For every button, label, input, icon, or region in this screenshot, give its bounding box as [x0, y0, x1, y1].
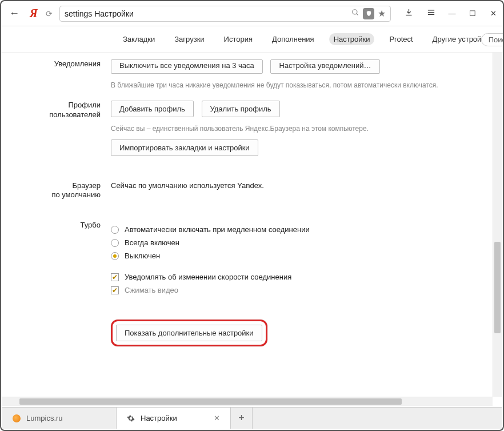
- tab-lumpics[interactable]: Lumpics.ru: [2, 408, 117, 429]
- browser-toolbar: ← Я ⟳ settings Настройки ★ — ☐ ✕: [1, 1, 503, 26]
- tab-settings[interactable]: Настройки ✕: [117, 408, 231, 429]
- window-controls: — ☐ ✕: [448, 9, 497, 18]
- checkbox-icon: [111, 286, 119, 294]
- scrollbar-thumb[interactable]: [19, 398, 402, 405]
- section-label-notifications: Уведомления: [2, 59, 111, 90]
- tab-close-icon[interactable]: ✕: [214, 414, 220, 422]
- section-label-default-browser: Браузер по умолчанию: [2, 181, 111, 201]
- settings-content: Уведомления Выключить все уведомления на…: [2, 53, 502, 406]
- radio-icon: [111, 252, 119, 260]
- turbo-notify-checkbox[interactable]: Уведомлять об изменении скорости соедине…: [111, 273, 454, 281]
- favicon-icon: [13, 414, 21, 422]
- notifications-note: В ближайшие три часа никакие уведомления…: [111, 81, 454, 90]
- bookmark-star-icon[interactable]: ★: [378, 8, 386, 19]
- advanced-settings-highlight: Показать дополнительные настройки: [111, 320, 267, 346]
- section-turbo: Турбо Автоматически включать при медленн…: [2, 221, 479, 299]
- default-browser-text: Сейчас по умолчанию используется Yandex.: [111, 181, 454, 190]
- protect-shield-icon[interactable]: [363, 8, 374, 19]
- tab-title: Настройки: [141, 414, 177, 422]
- horizontal-scrollbar[interactable]: [2, 397, 493, 406]
- section-profiles: Профили пользователей Добавить профиль У…: [2, 101, 479, 161]
- reload-icon[interactable]: ⟳: [46, 9, 55, 18]
- checkbox-icon: [111, 273, 119, 281]
- section-label-turbo: Турбо: [2, 221, 111, 299]
- radio-icon: [111, 226, 119, 234]
- delete-profile-button[interactable]: Удалить профиль: [202, 101, 280, 117]
- turbo-compress-video-checkbox[interactable]: Сжимать видео: [111, 286, 454, 294]
- nav-protect[interactable]: Protect: [385, 33, 417, 45]
- address-bar[interactable]: settings Настройки ★: [59, 6, 391, 22]
- search-icon[interactable]: [351, 9, 359, 18]
- nav-bookmarks[interactable]: Закладки: [118, 33, 159, 45]
- show-advanced-settings-button[interactable]: Показать дополнительные настройки: [116, 325, 262, 341]
- radio-icon: [111, 239, 119, 247]
- nav-history[interactable]: История: [219, 33, 257, 45]
- yandex-logo-icon[interactable]: Я: [27, 7, 40, 20]
- section-default-browser: Браузер по умолчанию Сейчас по умолчанию…: [2, 181, 479, 201]
- new-tab-button[interactable]: +: [231, 408, 253, 429]
- downloads-icon[interactable]: [405, 8, 413, 19]
- menu-icon[interactable]: [427, 8, 435, 19]
- turbo-option-auto[interactable]: Автоматически включать при медленном сое…: [111, 225, 454, 234]
- svg-line-1: [357, 14, 358, 15]
- section-advanced: Показать дополнительные настройки: [2, 320, 479, 346]
- profiles-note: Сейчас вы – единственный пользователь Ян…: [111, 124, 454, 134]
- turbo-option-always[interactable]: Всегда включен: [111, 238, 454, 247]
- nav-downloads[interactable]: Загрузки: [170, 33, 209, 45]
- tab-title: Lumpics.ru: [26, 414, 63, 422]
- section-label-profiles: Профили пользователей: [2, 101, 111, 161]
- nav-settings[interactable]: Настройки: [329, 33, 375, 45]
- section-notifications: Уведомления Выключить все уведомления на…: [2, 59, 479, 90]
- tab-bar: Lumpics.ru Настройки ✕ +: [2, 407, 502, 429]
- settings-nav: Закладки Загрузки История Дополнения Нас…: [1, 26, 503, 53]
- nav-addons[interactable]: Дополнения: [267, 33, 319, 45]
- svg-rect-2: [406, 15, 412, 15]
- address-bar-text: settings Настройки: [65, 9, 348, 18]
- back-button[interactable]: ←: [7, 7, 22, 19]
- scrollbar-thumb[interactable]: [494, 242, 501, 333]
- maximize-button[interactable]: ☐: [469, 9, 477, 18]
- svg-point-0: [353, 10, 357, 14]
- import-bookmarks-button[interactable]: Импортировать закладки и настройки: [111, 139, 258, 156]
- add-profile-button[interactable]: Добавить профиль: [111, 101, 194, 117]
- notifications-mute-button[interactable]: Выключить все уведомления на 3 часа: [111, 59, 263, 74]
- settings-search-input[interactable]: Поис: [481, 33, 504, 46]
- turbo-option-off[interactable]: Выключен: [111, 252, 454, 260]
- gear-icon: [127, 414, 135, 422]
- notifications-configure-button[interactable]: Настройка уведомлений…: [270, 59, 379, 74]
- vertical-scrollbar[interactable]: [493, 53, 502, 397]
- minimize-button[interactable]: —: [448, 9, 456, 18]
- close-button[interactable]: ✕: [489, 9, 497, 18]
